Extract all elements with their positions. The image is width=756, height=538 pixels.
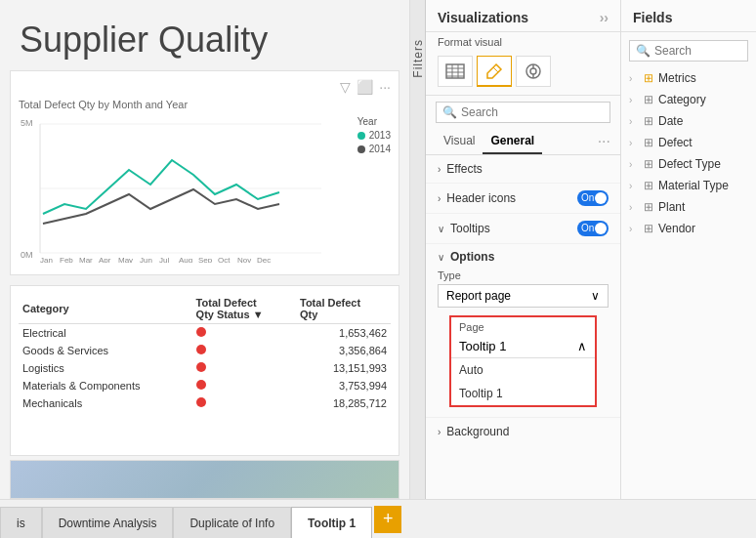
tooltips-section[interactable]: ∨ Tooltips On <box>426 214 620 244</box>
expand-icon-vendor: › <box>629 224 639 234</box>
effects-label: Effects <box>446 162 609 176</box>
field-item-defect-type[interactable]: › ⊞ Defect Type <box>621 153 756 175</box>
table-row: Materials & Components 3,753,994 <box>19 377 391 394</box>
tab-downtime[interactable]: Downtime Analysis <box>42 507 174 538</box>
fields-search-input[interactable] <box>654 44 741 58</box>
fields-list: › ⊞ Metrics › ⊞ Category › ⊞ Date › ⊞ De… <box>621 67 756 499</box>
fields-panel: Fields 🔍 › ⊞ Metrics › ⊞ Category › ⊞ <box>621 0 756 499</box>
tooltips-chevron: ∨ <box>438 224 444 234</box>
viz-panel-title: Visualizations <box>438 10 528 25</box>
svg-text:Sep: Sep <box>198 256 213 263</box>
field-label-metrics: Metrics <box>658 71 696 85</box>
page-dropdown-header[interactable]: Tooltip 1 ∧ <box>451 335 595 358</box>
tab-visual[interactable]: Visual <box>436 129 483 154</box>
filter-sidebar[interactable]: Filters <box>410 0 426 499</box>
tabs-more-icon[interactable]: ··· <box>598 133 610 150</box>
svg-text:Aug: Aug <box>179 256 192 263</box>
filters-label: Filters <box>411 39 425 78</box>
line-chart-svg: 5M 0M Jan Feb Mar Apr May <box>19 116 321 263</box>
chart-container: ▽ ⬜ ··· Total Defect Qty by Month and Ye… <box>10 70 399 275</box>
viz-search-bar[interactable]: 🔍 <box>436 102 610 123</box>
expand-icon-defect: › <box>629 138 639 148</box>
background-section[interactable]: › Background <box>426 417 620 445</box>
table-row: Mechanicals 18,285,712 <box>19 394 391 412</box>
cell-qty: 18,285,712 <box>296 394 391 412</box>
viz-panel-icons: ›› <box>600 10 609 25</box>
legend-dot-2014 <box>357 145 365 153</box>
options-section: ∨ Options Type Report page ∨ Page Toolti… <box>426 244 620 413</box>
fields-search-bar[interactable]: 🔍 <box>629 40 748 62</box>
expand-icon-metrics: › <box>629 73 639 84</box>
col-qty: Total DefectQty <box>296 294 391 324</box>
field-item-material-type[interactable]: › ⊞ Material Type <box>621 175 756 196</box>
tooltips-toggle[interactable]: On <box>577 221 609 236</box>
field-item-metrics[interactable]: › ⊞ Metrics <box>621 67 756 89</box>
filter-icon[interactable]: ▽ <box>340 79 351 95</box>
date-table-icon: ⊞ <box>644 114 653 128</box>
field-label-defect-type: Defect Type <box>658 157 721 171</box>
field-label-category: Category <box>658 93 706 106</box>
plant-table-icon: ⊞ <box>644 200 653 214</box>
expand-icon-material-type: › <box>629 181 639 191</box>
field-item-date[interactable]: › ⊞ Date <box>621 110 756 132</box>
expand-icon-defect-type: › <box>629 159 639 170</box>
cell-status <box>192 377 296 394</box>
tab-general[interactable]: General <box>483 129 542 154</box>
field-label-plant: Plant <box>658 200 685 214</box>
table-row: Goods & Services 3,356,864 <box>19 342 391 359</box>
viz-icon-paint[interactable] <box>477 56 512 87</box>
field-item-plant[interactable]: › ⊞ Plant <box>621 196 756 218</box>
page-chevron-icon: ∧ <box>577 339 587 353</box>
cell-category: Logistics <box>19 359 192 377</box>
vendor-table-icon: ⊞ <box>644 222 653 235</box>
svg-text:0M: 0M <box>21 250 33 260</box>
expand-icon-plant: › <box>629 202 639 213</box>
more-icon[interactable]: ··· <box>379 79 391 95</box>
tab-is[interactable]: is <box>0 507 42 538</box>
page-option-tooltip1[interactable]: Tooltip 1 <box>451 382 595 405</box>
chart-legend: Year 2013 2014 <box>357 116 391 157</box>
cell-status <box>192 359 296 377</box>
cell-qty: 3,356,864 <box>296 342 391 359</box>
legend-item-2014: 2014 <box>357 144 391 154</box>
expand-icon-category: › <box>629 95 639 105</box>
type-chevron-icon: ∨ <box>591 289 600 303</box>
col-category: Category <box>19 294 192 324</box>
field-item-vendor[interactable]: › ⊞ Vendor <box>621 218 756 239</box>
legend-item-2013: 2013 <box>357 130 391 141</box>
bottom-tabs: is Downtime Analysis Duplicate of Info T… <box>0 499 756 538</box>
left-report-panel: Supplier Quality ▽ ⬜ ··· Total Defect Qt… <box>0 0 410 499</box>
page-option-auto[interactable]: Auto <box>451 358 595 382</box>
expand-icon[interactable]: ⬜ <box>357 79 373 95</box>
chart-title: Total Defect Qty by Month and Year <box>19 99 391 110</box>
add-tab-button[interactable]: + <box>374 506 401 533</box>
field-item-defect[interactable]: › ⊞ Defect <box>621 132 756 153</box>
map-area <box>10 460 399 499</box>
effects-section[interactable]: › Effects <box>426 155 620 184</box>
header-icons-toggle[interactable]: On <box>577 190 609 206</box>
svg-text:May: May <box>118 256 133 263</box>
chevron-right-icon[interactable]: ›› <box>600 10 609 25</box>
table-row: Logistics 13,151,993 <box>19 359 391 377</box>
viz-search-input[interactable] <box>461 105 604 119</box>
fields-panel-title: Fields <box>633 10 672 25</box>
defect-table-icon: ⊞ <box>644 136 653 149</box>
tab-tooltip1[interactable]: Tooltip 1 <box>291 507 372 538</box>
header-icons-section[interactable]: › Header icons On <box>426 184 620 214</box>
viz-tabs: Visual General ··· <box>426 129 620 155</box>
viz-icon-analytics[interactable] <box>516 56 551 87</box>
viz-panel-header: Visualizations ›› <box>426 0 620 32</box>
tab-duplicate[interactable]: Duplicate of Info <box>173 507 291 538</box>
tab-is-label: is <box>17 517 25 530</box>
chart-area: Year 2013 2014 5M 0M <box>19 116 391 268</box>
svg-text:Feb: Feb <box>60 256 73 263</box>
field-item-category[interactable]: › ⊞ Category <box>621 89 756 110</box>
type-dropdown[interactable]: Report page ∨ <box>438 284 609 308</box>
cell-status <box>192 342 296 359</box>
options-header[interactable]: ∨ Options <box>438 250 609 264</box>
data-table: Category Total DefectQty Status ▼ Total … <box>10 285 399 456</box>
svg-text:Oct: Oct <box>218 256 231 263</box>
viz-icon-table[interactable] <box>438 56 473 87</box>
cell-category: Mechanicals <box>19 394 192 412</box>
page-current-value: Tooltip 1 <box>459 339 506 353</box>
